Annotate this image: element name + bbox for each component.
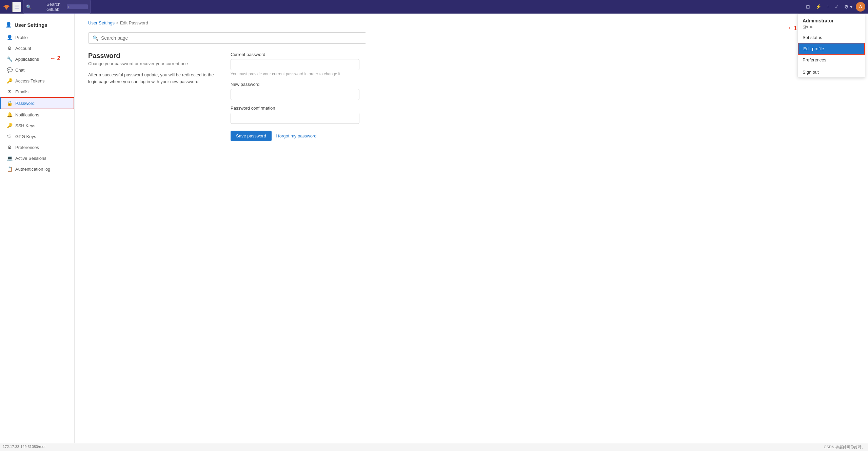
password-confirmation-group: Password confirmation: [231, 106, 359, 124]
sidebar-item-authentication-log[interactable]: 📋 Authentication log: [0, 164, 74, 174]
password-confirmation-label: Password confirmation: [231, 106, 359, 111]
app-layout: 👤 User Settings 👤 Profile ⚙ Account 🔧 Ap…: [0, 14, 868, 451]
gitlab-logo[interactable]: [3, 3, 10, 11]
emails-icon: ✉: [6, 89, 13, 94]
main-content: User Settings > Edit Password 🔍 Password…: [75, 14, 380, 451]
notifications-icon: 🔔: [6, 112, 13, 117]
user-icon: 👤: [5, 22, 12, 28]
applications-icon: 🔧: [6, 56, 13, 62]
sidebar-item-applications[interactable]: 🔧 Applications: [0, 54, 74, 64]
current-password-label: Current password: [231, 52, 359, 57]
new-password-label: New password: [231, 82, 359, 87]
top-nav-left: ☰ 🔍 Search GitLab /: [3, 0, 804, 14]
profile-icon: 👤: [6, 35, 13, 40]
search-placeholder: Search GitLab: [46, 2, 65, 12]
activity-icon-button[interactable]: ⚡: [813, 2, 823, 12]
sidebar: 👤 User Settings 👤 Profile ⚙ Account 🔧 Ap…: [0, 14, 75, 451]
content-search-icon: 🔍: [93, 35, 98, 41]
breadcrumb-parent[interactable]: User Settings: [88, 20, 115, 25]
breadcrumb-separator: >: [116, 20, 119, 25]
dropdown-divider: [798, 66, 865, 66]
forgot-password-link[interactable]: I forgot my password: [276, 133, 317, 138]
form-description: After a successful password update, you …: [88, 72, 217, 85]
current-password-hint: You must provide your current password i…: [231, 72, 359, 76]
section-title: Password: [88, 52, 217, 60]
footer-url: 172.17.33.149:31080/root: [3, 445, 45, 450]
user-dropdown-name: Administrator: [803, 18, 860, 23]
chat-icon: 💬: [6, 67, 13, 73]
grid-icon-button[interactable]: ⊞: [804, 2, 812, 12]
sidebar-item-profile[interactable]: 👤 Profile: [0, 32, 74, 43]
sidebar-title: 👤 User Settings: [0, 19, 74, 32]
sidebar-item-emails[interactable]: ✉ Emails: [0, 86, 74, 97]
current-password-input[interactable]: [231, 59, 359, 70]
edit-profile-item[interactable]: Edit profile: [798, 43, 865, 55]
set-status-item[interactable]: Set status: [798, 32, 865, 43]
save-password-button[interactable]: Save password: [231, 131, 272, 141]
user-dropdown-handle: @root: [803, 24, 860, 29]
sidebar-item-notifications[interactable]: 🔔 Notifications: [0, 109, 74, 120]
top-nav-right: ⊞ ⚡ ⑂ ✓ ⚙ ▾ A: [804, 2, 865, 12]
sign-out-item[interactable]: Sign out: [798, 67, 865, 77]
section-subtitle: Change your password or recover your cur…: [88, 61, 217, 66]
user-dropdown: Administrator @root Set status Edit prof…: [797, 14, 865, 78]
form-actions: Save password I forgot my password: [231, 131, 359, 141]
footer-bar: 172.17.33.149:31080/root CSDN @赵帅哥你好呀。: [0, 443, 868, 451]
password-form-container: Password Change your password or recover…: [88, 52, 366, 141]
sidebar-item-active-sessions[interactable]: 💻 Active Sessions: [0, 153, 74, 164]
gpg-keys-icon: 🛡: [6, 134, 13, 139]
breadcrumb-current: Edit Password: [120, 20, 148, 25]
user-dropdown-header: Administrator @root: [798, 14, 865, 32]
ssh-keys-icon: 🔑: [6, 123, 13, 128]
sidebar-item-gpg-keys[interactable]: 🛡 GPG Keys: [0, 131, 74, 142]
settings-icon-button[interactable]: ⚙ ▾: [842, 2, 854, 12]
merge-request-icon-button[interactable]: ⑂: [825, 2, 831, 12]
authentication-log-icon: 📋: [6, 166, 13, 172]
current-password-group: Current password You must provide your c…: [231, 52, 359, 76]
hamburger-button[interactable]: ☰: [12, 2, 21, 12]
form-left-panel: Password Change your password or recover…: [88, 52, 217, 141]
content-search-input[interactable]: [101, 35, 362, 41]
sidebar-item-access-tokens[interactable]: 🔑 Access Tokens: [0, 75, 74, 86]
sidebar-item-password[interactable]: 🔒 Password: [0, 97, 74, 109]
preferences-item[interactable]: Preferences: [798, 55, 865, 65]
new-password-input[interactable]: [231, 89, 359, 100]
sidebar-item-ssh-keys[interactable]: 🔑 SSH Keys: [0, 120, 74, 131]
breadcrumb: User Settings > Edit Password: [88, 20, 366, 25]
account-icon: ⚙: [6, 45, 13, 51]
top-nav: ☰ 🔍 Search GitLab / ⊞ ⚡ ⑂ ✓ ⚙ ▾ A: [0, 0, 868, 14]
user-avatar-button[interactable]: A: [856, 2, 865, 12]
todo-icon-button[interactable]: ✓: [833, 2, 841, 12]
sidebar-item-preferences[interactable]: ⚙ Preferences: [0, 142, 74, 153]
slash-badge: /: [67, 4, 88, 9]
password-confirmation-input[interactable]: [231, 113, 359, 124]
active-sessions-icon: 💻: [6, 155, 13, 161]
form-right-panel: Current password You must provide your c…: [231, 52, 359, 141]
global-search[interactable]: 🔍 Search GitLab /: [23, 0, 91, 14]
search-icon: 🔍: [26, 4, 44, 10]
content-search-bar[interactable]: 🔍: [88, 32, 366, 44]
password-icon: 🔒: [6, 100, 13, 106]
footer-csdn: CSDN @赵帅哥你好呀。: [824, 445, 865, 450]
sidebar-item-account[interactable]: ⚙ Account: [0, 43, 74, 54]
access-tokens-icon: 🔑: [6, 78, 13, 83]
new-password-group: New password: [231, 82, 359, 100]
sidebar-item-chat[interactable]: 💬 Chat: [0, 64, 74, 75]
preferences-icon: ⚙: [6, 145, 13, 150]
